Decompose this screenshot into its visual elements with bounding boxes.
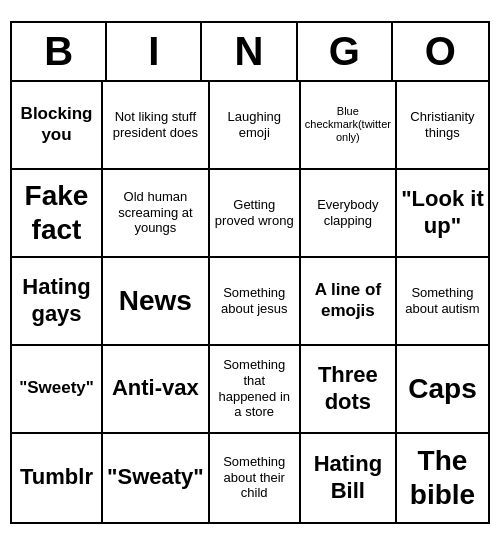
bingo-cell-20: Tumblr [12,434,103,522]
bingo-grid: Blocking youNot liking stuff president d… [12,82,488,522]
bingo-cell-18: Three dots [301,346,397,434]
bingo-cell-14: Something about autism [397,258,488,346]
bingo-cell-15: "Sweety" [12,346,103,434]
bingo-cell-12: Something about jesus [210,258,301,346]
bingo-cell-4: Christianity things [397,82,488,170]
bingo-cell-9: "Look it up" [397,170,488,258]
bingo-cell-0: Blocking you [12,82,103,170]
bingo-cell-2: Laughing emoji [210,82,301,170]
bingo-cell-8: Everybody clapping [301,170,397,258]
bingo-letter-i: I [107,23,202,80]
bingo-cell-23: Hating Bill [301,434,397,522]
bingo-cell-3: Blue checkmark(twitter only) [301,82,397,170]
bingo-cell-7: Getting proved wrong [210,170,301,258]
bingo-cell-13: A line of emojis [301,258,397,346]
bingo-cell-24: The bible [397,434,488,522]
bingo-letter-g: G [298,23,393,80]
bingo-card: BINGO Blocking youNot liking stuff presi… [10,21,490,524]
bingo-letter-b: B [12,23,107,80]
bingo-cell-5: Fake fact [12,170,103,258]
bingo-header: BINGO [12,23,488,82]
bingo-cell-1: Not liking stuff president does [103,82,210,170]
bingo-cell-6: Old human screaming at youngs [103,170,210,258]
bingo-letter-n: N [202,23,297,80]
bingo-cell-17: Something that happened in a store [210,346,301,434]
bingo-cell-10: Hating gays [12,258,103,346]
bingo-cell-11: News [103,258,210,346]
bingo-cell-22: Something about their child [210,434,301,522]
bingo-cell-21: "Sweaty" [103,434,210,522]
bingo-cell-19: Caps [397,346,488,434]
bingo-letter-o: O [393,23,488,80]
bingo-cell-16: Anti-vax [103,346,210,434]
